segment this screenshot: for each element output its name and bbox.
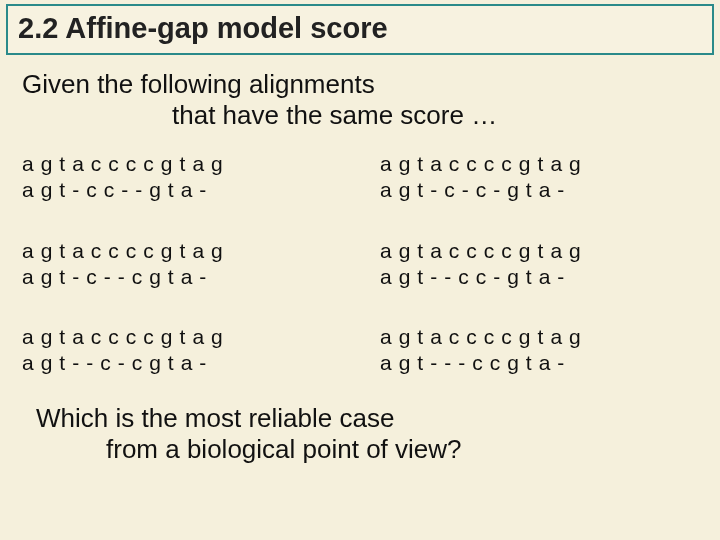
intro-block: Given the following alignments that have… xyxy=(6,69,714,131)
alignment-pair: agtaccccgtag agt-c-c-gta- xyxy=(380,151,698,204)
alignment-seq-top: agtaccccgtag xyxy=(22,239,230,262)
intro-line-1: Given the following alignments xyxy=(22,69,706,100)
intro-line-2: that have the same score … xyxy=(22,100,706,131)
slide: 2.2 Affine-gap model score Given the fol… xyxy=(0,0,720,540)
alignment-seq-top: agtaccccgtag xyxy=(380,239,588,262)
alignment-pair: agtaccccgtag agt--cc-gta- xyxy=(380,238,698,291)
alignment-pair: agtaccccgtag agt--c-cgta- xyxy=(22,324,340,377)
alignment-seq-bottom: agt--c-cgta- xyxy=(22,351,213,374)
title-box: 2.2 Affine-gap model score xyxy=(6,4,714,55)
alignment-pair: agtaccccgtag agt---ccgta- xyxy=(380,324,698,377)
alignment-pair: agtaccccgtag agt-cc--gta- xyxy=(22,151,340,204)
alignment-grid: agtaccccgtag agt-cc--gta- agtaccccgtag a… xyxy=(6,151,714,377)
alignment-seq-top: agtaccccgtag xyxy=(380,325,588,348)
alignment-seq-top: agtaccccgtag xyxy=(22,325,230,348)
footer-line-1: Which is the most reliable case xyxy=(36,403,704,434)
alignment-seq-bottom: agt---ccgta- xyxy=(380,351,571,374)
slide-title: 2.2 Affine-gap model score xyxy=(18,12,702,45)
footer-block: Which is the most reliable case from a b… xyxy=(6,403,714,465)
alignment-seq-top: agtaccccgtag xyxy=(380,152,588,175)
alignment-seq-top: agtaccccgtag xyxy=(22,152,230,175)
footer-line-2: from a biological point of view? xyxy=(36,434,704,465)
alignment-seq-bottom: agt--cc-gta- xyxy=(380,265,571,288)
alignment-seq-bottom: agt-c--cgta- xyxy=(22,265,213,288)
alignment-seq-bottom: agt-cc--gta- xyxy=(22,178,213,201)
alignment-seq-bottom: agt-c-c-gta- xyxy=(380,178,571,201)
alignment-pair: agtaccccgtag agt-c--cgta- xyxy=(22,238,340,291)
